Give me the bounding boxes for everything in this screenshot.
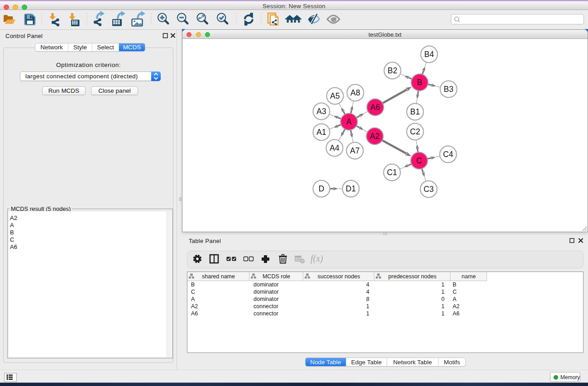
svg-text:C: C: [191, 289, 195, 295]
svg-text:A8: A8: [350, 88, 360, 97]
svg-text:D: D: [319, 184, 325, 193]
svg-text:A2: A2: [370, 132, 379, 141]
svg-text:A2: A2: [453, 303, 459, 310]
svg-text:D1: D1: [346, 184, 356, 193]
svg-text:A: A: [453, 296, 457, 302]
svg-text:successor nodes: successor nodes: [318, 273, 360, 280]
svg-text:C4: C4: [443, 150, 454, 159]
svg-text:B3: B3: [444, 85, 453, 94]
svg-text:A4: A4: [330, 143, 339, 152]
svg-text:B: B: [453, 281, 456, 288]
svg-text:C: C: [416, 156, 422, 165]
svg-text:A6: A6: [191, 310, 198, 317]
svg-text:shared name: shared name: [202, 273, 235, 280]
svg-text:1: 1: [366, 310, 369, 317]
svg-text:1: 1: [441, 310, 445, 317]
svg-text:A5: A5: [330, 91, 339, 100]
svg-text:A: A: [191, 296, 195, 302]
svg-text:4: 4: [366, 281, 369, 288]
svg-text:predecessor nodes: predecessor nodes: [388, 273, 436, 280]
svg-text:8: 8: [366, 296, 369, 302]
svg-text:1: 1: [366, 303, 369, 310]
svg-text:name: name: [462, 273, 476, 280]
svg-text:B2: B2: [387, 66, 397, 75]
svg-text:C1: C1: [387, 168, 397, 177]
svg-text:B1: B1: [410, 107, 420, 116]
svg-text:C: C: [453, 289, 457, 295]
svg-text:A6: A6: [370, 103, 380, 112]
svg-text:B: B: [191, 281, 195, 288]
svg-text:MCDS role: MCDS role: [263, 273, 290, 280]
svg-text:connector: connector: [253, 303, 278, 310]
svg-text:A1: A1: [316, 128, 326, 137]
svg-text:B4: B4: [424, 50, 434, 59]
svg-text:B: B: [417, 78, 422, 87]
svg-text:connector: connector: [253, 310, 278, 317]
svg-text:A2: A2: [191, 303, 198, 310]
svg-text:4: 4: [366, 289, 369, 295]
svg-text:A3: A3: [316, 107, 326, 116]
svg-text:dominator: dominator: [253, 281, 279, 288]
svg-text:dominator: dominator: [253, 296, 279, 302]
svg-text:1: 1: [441, 303, 445, 310]
svg-text:1: 1: [441, 281, 445, 288]
svg-text:1: 1: [441, 289, 445, 295]
svg-text:C2: C2: [410, 127, 420, 136]
svg-text:A6: A6: [453, 310, 459, 317]
svg-text:A: A: [346, 117, 352, 126]
svg-text:A7: A7: [350, 146, 359, 155]
svg-text:0: 0: [441, 296, 445, 302]
svg-text:C3: C3: [424, 185, 434, 194]
svg-text:dominator: dominator: [253, 289, 279, 295]
